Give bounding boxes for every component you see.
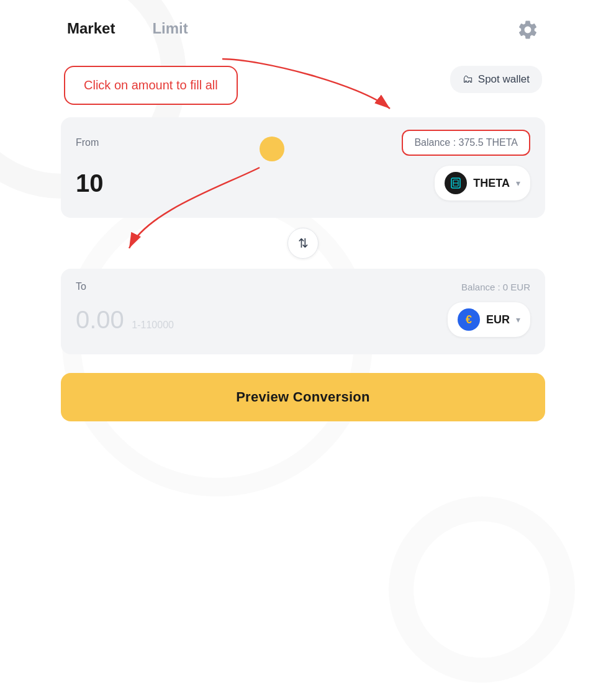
yellow-dot <box>260 137 284 161</box>
to-card-header: To Balance : 0 EUR <box>76 281 530 292</box>
from-amount[interactable]: 10 <box>76 169 104 197</box>
swap-row: ⇅ <box>61 218 545 269</box>
wallet-icon: 🗂 <box>463 73 473 86</box>
to-card-body: 0.00 1-110000 € EUR ▾ <box>76 302 530 337</box>
to-card: To Balance : 0 EUR 0.00 1-110000 € EUR ▾ <box>61 269 545 354</box>
from-label: From <box>76 137 99 148</box>
tab-limit[interactable]: Limit <box>152 20 188 40</box>
tabs-row: Market Limit <box>61 19 545 41</box>
bg-watermark-3 <box>389 496 575 683</box>
click-hint-text: Click on amount to fill all <box>84 78 218 92</box>
tab-market[interactable]: Market <box>67 20 115 40</box>
to-token-name: EUR <box>486 313 510 326</box>
preview-btn-label: Preview Conversion <box>236 389 370 405</box>
tabs-group: Market Limit <box>67 20 188 40</box>
from-balance-badge[interactable]: Balance : 375.5 THETA <box>402 130 530 156</box>
swap-icon: ⇅ <box>298 236 309 251</box>
spot-wallet-button[interactable]: 🗂 Spot wallet <box>450 66 542 93</box>
to-amount-group: 0.00 1-110000 <box>76 306 174 334</box>
to-balance-text: Balance : 0 EUR <box>461 282 530 292</box>
from-card: From Balance : 375.5 THETA 10 THETA ▾ <box>61 117 545 218</box>
to-token-selector[interactable]: € EUR ▾ <box>448 302 530 337</box>
theta-icon <box>445 172 467 194</box>
from-card-body: 10 THETA ▾ <box>76 166 530 200</box>
main-container: Market Limit Click on amount to fill all… <box>61 19 545 421</box>
from-token-name: THETA <box>473 177 510 190</box>
from-card-header: From Balance : 375.5 THETA <box>76 130 530 156</box>
click-hint-box[interactable]: Click on amount to fill all <box>64 66 238 105</box>
from-balance-text: Balance : 375.5 THETA <box>414 137 518 148</box>
eur-icon: € <box>458 308 480 331</box>
from-token-selector[interactable]: THETA ▾ <box>435 166 530 200</box>
from-token-chevron: ▾ <box>516 178 520 188</box>
to-label: To <box>76 281 86 292</box>
swap-button[interactable]: ⇅ <box>287 228 319 259</box>
spot-wallet-label: Spot wallet <box>478 73 530 86</box>
gear-icon[interactable] <box>517 19 539 41</box>
to-token-chevron: ▾ <box>516 315 520 325</box>
to-amount[interactable]: 0.00 <box>76 306 124 333</box>
preview-conversion-button[interactable]: Preview Conversion <box>61 373 545 421</box>
annotation-row: Click on amount to fill all 🗂 Spot walle… <box>61 66 545 105</box>
to-amount-range: 1-110000 <box>132 320 174 330</box>
